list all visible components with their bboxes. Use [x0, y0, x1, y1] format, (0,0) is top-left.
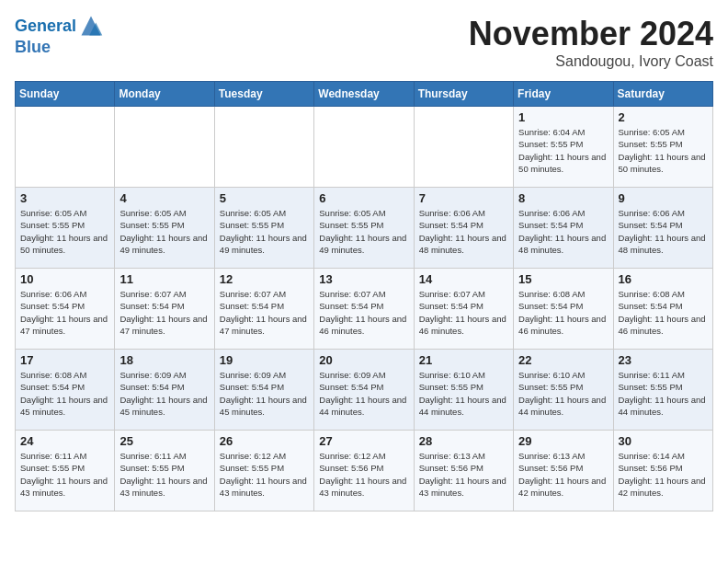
calendar-day-cell — [314, 107, 414, 188]
calendar-day-cell: 3 Sunrise: 6:05 AMSunset: 5:55 PMDayligh… — [16, 188, 115, 269]
calendar-day-cell: 12 Sunrise: 6:07 AMSunset: 5:54 PMDaylig… — [214, 269, 313, 350]
day-info: Sunrise: 6:04 AMSunset: 5:55 PMDaylight:… — [518, 127, 606, 174]
day-info: Sunrise: 6:11 AMSunset: 5:55 PMDaylight:… — [119, 451, 207, 498]
day-number: 10 — [20, 272, 109, 286]
page-header: General Blue November 2024 Sandougou, Iv… — [15, 15, 713, 70]
day-info: Sunrise: 6:10 AMSunset: 5:55 PMDaylight:… — [518, 370, 606, 417]
day-number: 3 — [20, 191, 109, 205]
calendar-day-cell — [214, 107, 313, 188]
calendar-day-cell: 22 Sunrise: 6:10 AMSunset: 5:55 PMDaylig… — [514, 350, 613, 431]
calendar-day-cell: 9 Sunrise: 6:06 AMSunset: 5:54 PMDayligh… — [613, 188, 712, 269]
day-number: 14 — [419, 272, 508, 286]
location: Sandougou, Ivory Coast — [469, 53, 713, 70]
day-number: 29 — [518, 434, 608, 448]
day-info: Sunrise: 6:14 AMSunset: 5:56 PMDaylight:… — [619, 451, 706, 498]
day-number: 7 — [419, 191, 508, 205]
day-info: Sunrise: 6:13 AMSunset: 5:56 PMDaylight:… — [518, 451, 606, 498]
day-info: Sunrise: 6:05 AMSunset: 5:55 PMDaylight:… — [20, 208, 108, 255]
day-number: 9 — [619, 191, 708, 205]
day-number: 18 — [119, 353, 209, 367]
day-info: Sunrise: 6:08 AMSunset: 5:54 PMDaylight:… — [20, 370, 108, 417]
calendar-day-cell: 10 Sunrise: 6:06 AMSunset: 5:54 PMDaylig… — [16, 269, 115, 350]
calendar-day-cell: 24 Sunrise: 6:11 AMSunset: 5:55 PMDaylig… — [16, 431, 115, 511]
calendar-day-cell — [16, 107, 115, 188]
day-number: 24 — [20, 434, 109, 448]
day-number: 15 — [518, 272, 608, 286]
day-info: Sunrise: 6:07 AMSunset: 5:54 PMDaylight:… — [119, 289, 207, 336]
day-number: 17 — [20, 353, 109, 367]
day-number: 26 — [220, 434, 309, 448]
day-info: Sunrise: 6:09 AMSunset: 5:54 PMDaylight:… — [319, 370, 406, 417]
day-info: Sunrise: 6:06 AMSunset: 5:54 PMDaylight:… — [619, 208, 706, 255]
calendar-day-cell: 28 Sunrise: 6:13 AMSunset: 5:56 PMDaylig… — [414, 431, 513, 511]
day-info: Sunrise: 6:09 AMSunset: 5:54 PMDaylight:… — [220, 370, 307, 417]
day-info: Sunrise: 6:07 AMSunset: 5:54 PMDaylight:… — [220, 289, 307, 336]
calendar-table: SundayMondayTuesdayWednesdayThursdayFrid… — [15, 81, 713, 511]
day-number: 20 — [319, 353, 408, 367]
calendar-day-cell: 27 Sunrise: 6:12 AMSunset: 5:56 PMDaylig… — [314, 431, 414, 511]
calendar-day-cell: 18 Sunrise: 6:09 AMSunset: 5:54 PMDaylig… — [115, 350, 214, 431]
weekday-header: Thursday — [414, 82, 513, 107]
day-number: 19 — [220, 353, 309, 367]
day-info: Sunrise: 6:10 AMSunset: 5:55 PMDaylight:… — [419, 370, 506, 417]
day-number: 25 — [119, 434, 209, 448]
calendar-day-cell: 8 Sunrise: 6:06 AMSunset: 5:54 PMDayligh… — [514, 188, 613, 269]
day-info: Sunrise: 6:11 AMSunset: 5:55 PMDaylight:… — [619, 370, 706, 417]
calendar-day-cell: 14 Sunrise: 6:07 AMSunset: 5:54 PMDaylig… — [414, 269, 513, 350]
weekday-header: Friday — [514, 82, 613, 107]
calendar-day-cell: 13 Sunrise: 6:07 AMSunset: 5:54 PMDaylig… — [314, 269, 414, 350]
day-info: Sunrise: 6:09 AMSunset: 5:54 PMDaylight:… — [119, 370, 207, 417]
day-number: 30 — [619, 434, 708, 448]
calendar-day-cell — [115, 107, 214, 188]
day-number: 11 — [119, 272, 209, 286]
calendar-day-cell: 5 Sunrise: 6:05 AMSunset: 5:55 PMDayligh… — [214, 188, 313, 269]
calendar-week-row: 3 Sunrise: 6:05 AMSunset: 5:55 PMDayligh… — [16, 188, 713, 269]
calendar-day-cell: 29 Sunrise: 6:13 AMSunset: 5:56 PMDaylig… — [514, 431, 613, 511]
calendar-day-cell — [414, 107, 513, 188]
day-info: Sunrise: 6:05 AMSunset: 5:55 PMDaylight:… — [119, 208, 207, 255]
day-number: 23 — [619, 353, 708, 367]
day-info: Sunrise: 6:06 AMSunset: 5:54 PMDaylight:… — [419, 208, 506, 255]
calendar-day-cell: 15 Sunrise: 6:08 AMSunset: 5:54 PMDaylig… — [514, 269, 613, 350]
day-number: 21 — [419, 353, 508, 367]
day-number: 12 — [220, 272, 309, 286]
calendar-week-row: 17 Sunrise: 6:08 AMSunset: 5:54 PMDaylig… — [16, 350, 713, 431]
logo-text: General — [15, 17, 76, 36]
day-info: Sunrise: 6:05 AMSunset: 5:55 PMDaylight:… — [619, 127, 706, 174]
day-number: 1 — [518, 110, 608, 124]
day-number: 2 — [619, 110, 708, 124]
calendar-week-row: 24 Sunrise: 6:11 AMSunset: 5:55 PMDaylig… — [16, 431, 713, 511]
day-info: Sunrise: 6:07 AMSunset: 5:54 PMDaylight:… — [419, 289, 506, 336]
day-info: Sunrise: 6:08 AMSunset: 5:54 PMDaylight:… — [619, 289, 706, 336]
day-info: Sunrise: 6:05 AMSunset: 5:55 PMDaylight:… — [319, 208, 406, 255]
calendar-week-row: 1 Sunrise: 6:04 AMSunset: 5:55 PMDayligh… — [16, 107, 713, 188]
day-number: 6 — [319, 191, 408, 205]
calendar-day-cell: 6 Sunrise: 6:05 AMSunset: 5:55 PMDayligh… — [314, 188, 414, 269]
calendar-day-cell: 26 Sunrise: 6:12 AMSunset: 5:55 PMDaylig… — [214, 431, 313, 511]
calendar-week-row: 10 Sunrise: 6:06 AMSunset: 5:54 PMDaylig… — [16, 269, 713, 350]
day-number: 22 — [518, 353, 608, 367]
day-info: Sunrise: 6:13 AMSunset: 5:56 PMDaylight:… — [419, 451, 506, 498]
day-number: 4 — [119, 191, 209, 205]
day-info: Sunrise: 6:06 AMSunset: 5:54 PMDaylight:… — [518, 208, 606, 255]
day-info: Sunrise: 6:11 AMSunset: 5:55 PMDaylight:… — [20, 451, 108, 498]
calendar-day-cell: 19 Sunrise: 6:09 AMSunset: 5:54 PMDaylig… — [214, 350, 313, 431]
calendar-day-cell: 20 Sunrise: 6:09 AMSunset: 5:54 PMDaylig… — [314, 350, 414, 431]
calendar-day-cell: 25 Sunrise: 6:11 AMSunset: 5:55 PMDaylig… — [115, 431, 214, 511]
calendar-day-cell: 7 Sunrise: 6:06 AMSunset: 5:54 PMDayligh… — [414, 188, 513, 269]
weekday-header-row: SundayMondayTuesdayWednesdayThursdayFrid… — [16, 82, 713, 107]
day-number: 27 — [319, 434, 408, 448]
day-info: Sunrise: 6:08 AMSunset: 5:54 PMDaylight:… — [518, 289, 606, 336]
calendar-day-cell: 21 Sunrise: 6:10 AMSunset: 5:55 PMDaylig… — [414, 350, 513, 431]
weekday-header: Sunday — [16, 82, 115, 107]
calendar-day-cell: 17 Sunrise: 6:08 AMSunset: 5:54 PMDaylig… — [16, 350, 115, 431]
logo: General Blue — [15, 15, 104, 55]
weekday-header: Wednesday — [314, 82, 414, 107]
calendar-day-cell: 11 Sunrise: 6:07 AMSunset: 5:54 PMDaylig… — [115, 269, 214, 350]
day-info: Sunrise: 6:06 AMSunset: 5:54 PMDaylight:… — [20, 289, 108, 336]
day-number: 16 — [619, 272, 708, 286]
calendar-day-cell: 16 Sunrise: 6:08 AMSunset: 5:54 PMDaylig… — [613, 269, 712, 350]
month-title: November 2024 — [469, 15, 713, 53]
calendar-day-cell: 30 Sunrise: 6:14 AMSunset: 5:56 PMDaylig… — [613, 431, 712, 511]
weekday-header: Saturday — [613, 82, 712, 107]
